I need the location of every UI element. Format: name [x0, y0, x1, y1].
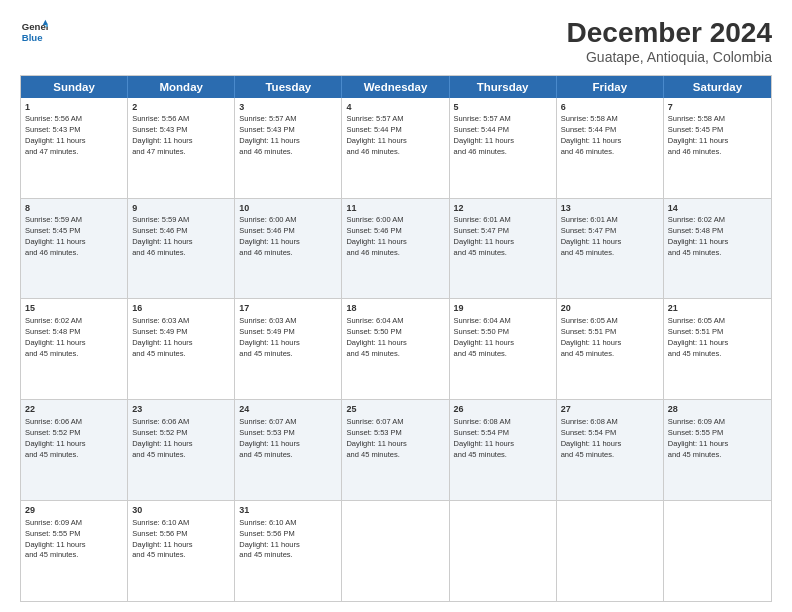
calendar-day-16: 16Sunrise: 6:03 AM Sunset: 5:49 PM Dayli… — [128, 299, 235, 399]
day-info: Sunrise: 5:57 AM Sunset: 5:44 PM Dayligh… — [346, 114, 444, 158]
day-number: 9 — [132, 202, 230, 215]
subtitle: Guatape, Antioquia, Colombia — [567, 49, 772, 65]
calendar-day-empty — [450, 501, 557, 601]
day-info: Sunrise: 6:02 AM Sunset: 5:48 PM Dayligh… — [668, 215, 767, 259]
logo-icon: General Blue — [20, 18, 48, 46]
day-info: Sunrise: 6:06 AM Sunset: 5:52 PM Dayligh… — [132, 417, 230, 461]
calendar: SundayMondayTuesdayWednesdayThursdayFrid… — [20, 75, 772, 602]
day-info: Sunrise: 6:04 AM Sunset: 5:50 PM Dayligh… — [346, 316, 444, 360]
calendar-day-1: 1Sunrise: 5:56 AM Sunset: 5:43 PM Daylig… — [21, 98, 128, 198]
header: General Blue December 2024 Guatape, Anti… — [20, 18, 772, 65]
calendar-day-2: 2Sunrise: 5:56 AM Sunset: 5:43 PM Daylig… — [128, 98, 235, 198]
calendar-row-2: 15Sunrise: 6:02 AM Sunset: 5:48 PM Dayli… — [21, 298, 771, 399]
day-number: 15 — [25, 302, 123, 315]
day-info: Sunrise: 5:59 AM Sunset: 5:46 PM Dayligh… — [132, 215, 230, 259]
day-info: Sunrise: 6:01 AM Sunset: 5:47 PM Dayligh… — [454, 215, 552, 259]
calendar-day-21: 21Sunrise: 6:05 AM Sunset: 5:51 PM Dayli… — [664, 299, 771, 399]
calendar-day-8: 8Sunrise: 5:59 AM Sunset: 5:45 PM Daylig… — [21, 199, 128, 299]
day-number: 21 — [668, 302, 767, 315]
day-number: 10 — [239, 202, 337, 215]
calendar-day-22: 22Sunrise: 6:06 AM Sunset: 5:52 PM Dayli… — [21, 400, 128, 500]
day-number: 16 — [132, 302, 230, 315]
calendar-day-28: 28Sunrise: 6:09 AM Sunset: 5:55 PM Dayli… — [664, 400, 771, 500]
day-info: Sunrise: 5:58 AM Sunset: 5:44 PM Dayligh… — [561, 114, 659, 158]
weekday-header-friday: Friday — [557, 76, 664, 98]
day-number: 24 — [239, 403, 337, 416]
day-info: Sunrise: 6:00 AM Sunset: 5:46 PM Dayligh… — [346, 215, 444, 259]
calendar-day-31: 31Sunrise: 6:10 AM Sunset: 5:56 PM Dayli… — [235, 501, 342, 601]
calendar-day-9: 9Sunrise: 5:59 AM Sunset: 5:46 PM Daylig… — [128, 199, 235, 299]
calendar-day-4: 4Sunrise: 5:57 AM Sunset: 5:44 PM Daylig… — [342, 98, 449, 198]
day-number: 8 — [25, 202, 123, 215]
day-number: 11 — [346, 202, 444, 215]
day-info: Sunrise: 6:02 AM Sunset: 5:48 PM Dayligh… — [25, 316, 123, 360]
day-info: Sunrise: 6:03 AM Sunset: 5:49 PM Dayligh… — [132, 316, 230, 360]
main-title: December 2024 — [567, 18, 772, 49]
calendar-day-empty — [342, 501, 449, 601]
calendar-day-26: 26Sunrise: 6:08 AM Sunset: 5:54 PM Dayli… — [450, 400, 557, 500]
day-number: 2 — [132, 101, 230, 114]
day-number: 19 — [454, 302, 552, 315]
day-info: Sunrise: 6:03 AM Sunset: 5:49 PM Dayligh… — [239, 316, 337, 360]
calendar-day-15: 15Sunrise: 6:02 AM Sunset: 5:48 PM Dayli… — [21, 299, 128, 399]
calendar-row-3: 22Sunrise: 6:06 AM Sunset: 5:52 PM Dayli… — [21, 399, 771, 500]
day-info: Sunrise: 6:10 AM Sunset: 5:56 PM Dayligh… — [132, 518, 230, 562]
calendar-day-13: 13Sunrise: 6:01 AM Sunset: 5:47 PM Dayli… — [557, 199, 664, 299]
day-info: Sunrise: 6:06 AM Sunset: 5:52 PM Dayligh… — [25, 417, 123, 461]
day-info: Sunrise: 5:56 AM Sunset: 5:43 PM Dayligh… — [25, 114, 123, 158]
weekday-header-wednesday: Wednesday — [342, 76, 449, 98]
calendar-day-24: 24Sunrise: 6:07 AM Sunset: 5:53 PM Dayli… — [235, 400, 342, 500]
calendar-day-7: 7Sunrise: 5:58 AM Sunset: 5:45 PM Daylig… — [664, 98, 771, 198]
calendar-body: 1Sunrise: 5:56 AM Sunset: 5:43 PM Daylig… — [21, 98, 771, 601]
day-number: 29 — [25, 504, 123, 517]
day-number: 12 — [454, 202, 552, 215]
day-info: Sunrise: 6:10 AM Sunset: 5:56 PM Dayligh… — [239, 518, 337, 562]
calendar-day-6: 6Sunrise: 5:58 AM Sunset: 5:44 PM Daylig… — [557, 98, 664, 198]
weekday-header-monday: Monday — [128, 76, 235, 98]
day-number: 28 — [668, 403, 767, 416]
day-info: Sunrise: 6:01 AM Sunset: 5:47 PM Dayligh… — [561, 215, 659, 259]
day-number: 6 — [561, 101, 659, 114]
day-number: 31 — [239, 504, 337, 517]
day-info: Sunrise: 6:08 AM Sunset: 5:54 PM Dayligh… — [454, 417, 552, 461]
calendar-day-29: 29Sunrise: 6:09 AM Sunset: 5:55 PM Dayli… — [21, 501, 128, 601]
day-number: 3 — [239, 101, 337, 114]
day-number: 14 — [668, 202, 767, 215]
calendar-day-14: 14Sunrise: 6:02 AM Sunset: 5:48 PM Dayli… — [664, 199, 771, 299]
day-info: Sunrise: 6:04 AM Sunset: 5:50 PM Dayligh… — [454, 316, 552, 360]
svg-text:Blue: Blue — [22, 32, 43, 43]
day-number: 20 — [561, 302, 659, 315]
title-block: December 2024 Guatape, Antioquia, Colomb… — [567, 18, 772, 65]
day-info: Sunrise: 6:05 AM Sunset: 5:51 PM Dayligh… — [561, 316, 659, 360]
calendar-day-empty — [664, 501, 771, 601]
calendar-day-3: 3Sunrise: 5:57 AM Sunset: 5:43 PM Daylig… — [235, 98, 342, 198]
day-info: Sunrise: 6:07 AM Sunset: 5:53 PM Dayligh… — [346, 417, 444, 461]
day-number: 25 — [346, 403, 444, 416]
weekday-header-thursday: Thursday — [450, 76, 557, 98]
day-info: Sunrise: 6:09 AM Sunset: 5:55 PM Dayligh… — [668, 417, 767, 461]
calendar-day-11: 11Sunrise: 6:00 AM Sunset: 5:46 PM Dayli… — [342, 199, 449, 299]
day-number: 18 — [346, 302, 444, 315]
calendar-day-10: 10Sunrise: 6:00 AM Sunset: 5:46 PM Dayli… — [235, 199, 342, 299]
calendar-day-27: 27Sunrise: 6:08 AM Sunset: 5:54 PM Dayli… — [557, 400, 664, 500]
day-number: 26 — [454, 403, 552, 416]
calendar-day-17: 17Sunrise: 6:03 AM Sunset: 5:49 PM Dayli… — [235, 299, 342, 399]
day-number: 7 — [668, 101, 767, 114]
weekday-header-saturday: Saturday — [664, 76, 771, 98]
day-info: Sunrise: 5:59 AM Sunset: 5:45 PM Dayligh… — [25, 215, 123, 259]
calendar-day-12: 12Sunrise: 6:01 AM Sunset: 5:47 PM Dayli… — [450, 199, 557, 299]
weekday-header-tuesday: Tuesday — [235, 76, 342, 98]
day-info: Sunrise: 6:08 AM Sunset: 5:54 PM Dayligh… — [561, 417, 659, 461]
calendar-row-1: 8Sunrise: 5:59 AM Sunset: 5:45 PM Daylig… — [21, 198, 771, 299]
calendar-day-20: 20Sunrise: 6:05 AM Sunset: 5:51 PM Dayli… — [557, 299, 664, 399]
calendar-day-empty — [557, 501, 664, 601]
calendar-day-25: 25Sunrise: 6:07 AM Sunset: 5:53 PM Dayli… — [342, 400, 449, 500]
day-number: 13 — [561, 202, 659, 215]
logo: General Blue — [20, 18, 48, 46]
day-info: Sunrise: 5:58 AM Sunset: 5:45 PM Dayligh… — [668, 114, 767, 158]
day-number: 23 — [132, 403, 230, 416]
calendar-day-23: 23Sunrise: 6:06 AM Sunset: 5:52 PM Dayli… — [128, 400, 235, 500]
weekday-header-sunday: Sunday — [21, 76, 128, 98]
day-info: Sunrise: 6:09 AM Sunset: 5:55 PM Dayligh… — [25, 518, 123, 562]
day-info: Sunrise: 6:05 AM Sunset: 5:51 PM Dayligh… — [668, 316, 767, 360]
